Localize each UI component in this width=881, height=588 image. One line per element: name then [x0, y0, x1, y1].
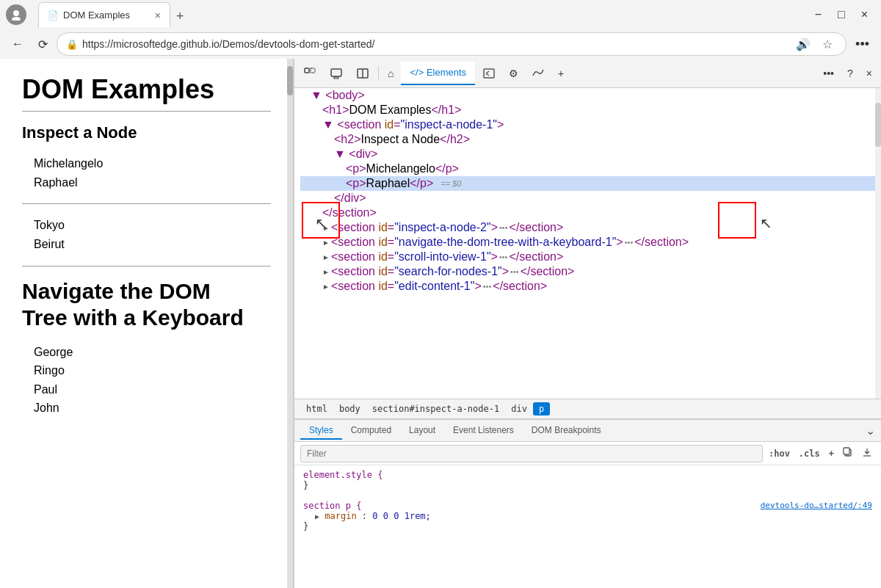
browser-menu-button[interactable]: •••: [849, 32, 875, 56]
dom-scrollbar[interactable]: [875, 88, 881, 399]
tab-elements[interactable]: </> Elements: [401, 62, 475, 85]
read-aloud-button[interactable]: 🔊: [791, 36, 815, 53]
tab-layout[interactable]: Layout: [400, 422, 444, 440]
url-bar[interactable]: 🔒 https://microsoftedge.github.io/Demos/…: [57, 32, 846, 56]
svg-rect-3: [311, 68, 315, 73]
tab-computed[interactable]: Computed: [342, 422, 400, 440]
cities-list: Tokyo Beirut: [22, 216, 271, 253]
tab-close-button[interactable]: ×: [155, 10, 161, 21]
svg-point-1: [12, 17, 21, 21]
list-item-beirut: Beirut: [34, 235, 271, 254]
new-tab-button[interactable]: +: [170, 6, 190, 27]
tab-bar: 📄 DOM Examples × +: [38, 2, 190, 27]
ellipsis-4: •••: [499, 253, 508, 261]
refresh-button[interactable]: ⟳: [32, 32, 54, 56]
device-emulation-button[interactable]: [324, 62, 349, 85]
body-tag: ▼ <body>: [311, 89, 365, 102]
dom-line-section-3[interactable]: ► <section id="navigate-the-dom-tree-wit…: [300, 235, 875, 250]
div-tag: ▼ <div>: [334, 148, 377, 161]
inspect-element-button[interactable]: [297, 62, 322, 85]
breadcrumb-body[interactable]: body: [333, 402, 366, 415]
breadcrumb-html[interactable]: html: [300, 402, 333, 415]
maximize-button[interactable]: □: [830, 4, 852, 26]
triangle-section-2[interactable]: ►: [322, 224, 330, 232]
devtools-close-button[interactable]: ×: [860, 62, 878, 85]
active-tab[interactable]: 📄 DOM Examples ×: [38, 2, 170, 27]
dom-line-section-4[interactable]: ► <section id="scroll-into-view-1"> ••• …: [300, 250, 875, 264]
triangle-section-5[interactable]: ►: [322, 268, 330, 276]
page-divider-2: [22, 203, 271, 204]
dom-line-p-michelangelo[interactable]: <p>Michelangelo</p>: [300, 161, 875, 176]
dom-line-close-section-1[interactable]: </section>: [300, 206, 875, 220]
list-item-george: George: [34, 343, 271, 362]
dom-tree[interactable]: ▼ <body> <h1>DOM Examples</h1> ▼ <sectio…: [294, 88, 881, 399]
dom-line-section-1[interactable]: ▼ <section id="inspect-a-node-1">: [300, 117, 875, 132]
webpage-scrollbar[interactable]: [287, 59, 293, 588]
dom-line-body[interactable]: ▼ <body>: [300, 88, 875, 103]
css-source-link[interactable]: devtools-do…started/:49: [761, 501, 872, 510]
security-icon: 🔒: [66, 39, 78, 50]
cls-button[interactable]: .cls: [796, 447, 823, 460]
styles-tabs: Styles Computed Layout Event Listeners D…: [294, 420, 881, 442]
breadcrumb-p[interactable]: p: [533, 402, 550, 415]
dom-line-h2[interactable]: <h2>Inspect a Node</h2>: [300, 132, 875, 147]
breadcrumb-section[interactable]: section#inspect-a-node-1: [366, 402, 505, 415]
profile-icon[interactable]: [6, 4, 26, 25]
section-p-selector: section p {: [303, 501, 361, 511]
dom-line-section-2[interactable]: ► <section id="inspect-a-node-2"> ••• </…: [300, 220, 875, 235]
tab-console-icon[interactable]: [476, 62, 501, 85]
dom-line-div[interactable]: ▼ <div>: [300, 147, 875, 161]
section-4-close: </section>: [509, 250, 563, 264]
breadcrumb-bar: html body section#inspect-a-node-1 div p: [294, 399, 881, 419]
webpage-content: DOM Examples Inspect a Node Michelangelo…: [0, 59, 293, 588]
tab-styles[interactable]: Styles: [300, 422, 342, 440]
add-style-button[interactable]: +: [826, 447, 837, 460]
styles-filter-row: :hov .cls +: [294, 442, 881, 465]
url-protocol: https://: [82, 38, 113, 50]
ellipsis-2: •••: [499, 223, 508, 232]
svg-rect-8: [484, 69, 494, 78]
devtools-more-button[interactable]: •••: [817, 62, 840, 85]
svg-rect-12: [844, 448, 849, 454]
list-item-raphael: Raphael: [34, 173, 271, 192]
page-divider-1: [22, 111, 271, 112]
devtools-help-button[interactable]: ?: [841, 62, 859, 85]
tab-dom-breakpoints[interactable]: DOM Breakpoints: [523, 422, 610, 440]
styles-filter-input[interactable]: [300, 445, 763, 462]
dom-line-h1[interactable]: <h1>DOM Examples</h1>: [300, 103, 875, 117]
dom-line-close-div[interactable]: </div>: [300, 191, 875, 206]
section-3-tag: <section id="navigate-the-dom-tree-with-…: [331, 236, 623, 249]
triangle-section-6[interactable]: ►: [322, 283, 330, 291]
webpage: DOM Examples Inspect a Node Michelangelo…: [0, 59, 294, 588]
section-2-tag: <section id="inspect-a-node-2">: [331, 221, 498, 234]
section-5-tag: <section id="search-for-nodes-1">: [331, 265, 509, 278]
style-export-button[interactable]: [859, 446, 875, 461]
minimize-button[interactable]: −: [808, 4, 829, 26]
tab-network[interactable]: [526, 62, 551, 85]
section-p-rule: section p { devtools-do…started/:49 ▶ ma…: [303, 501, 872, 531]
back-button[interactable]: ←: [6, 32, 29, 56]
breadcrumb-div[interactable]: div: [505, 402, 533, 415]
tab-title: DOM Examples: [63, 10, 151, 21]
margin-triangle[interactable]: ▶: [315, 512, 319, 520]
styles-tabs-more-button[interactable]: ⌄: [866, 424, 875, 438]
tab-event-listeners[interactable]: Event Listeners: [444, 422, 523, 440]
ellipsis-6: •••: [483, 282, 492, 291]
svg-rect-2: [305, 68, 309, 73]
ellipsis-5: •••: [510, 267, 519, 276]
dom-line-section-5[interactable]: ► <section id="search-for-nodes-1"> ••• …: [300, 264, 875, 279]
favorites-button[interactable]: ☆: [818, 36, 837, 53]
home-button[interactable]: ⌂: [382, 62, 399, 85]
tab-debugger[interactable]: ⚙: [503, 62, 524, 85]
section-5-close: </section>: [521, 265, 575, 278]
triangle-section-4[interactable]: ►: [322, 253, 330, 261]
hover-state-button[interactable]: :hov: [766, 447, 793, 460]
style-copy-button[interactable]: [840, 446, 856, 461]
add-tab-button[interactable]: +: [552, 62, 570, 85]
triangle-section-3[interactable]: ►: [322, 239, 330, 247]
split-pane-button[interactable]: [350, 62, 375, 85]
dom-line-p-raphael[interactable]: <p>Raphael</p> == $0: [300, 176, 875, 191]
close-button[interactable]: ×: [854, 4, 875, 26]
dom-line-section-6[interactable]: ► <section id="edit-content-1"> ••• </se…: [300, 279, 875, 294]
margin-value: 0 0 0 1rem;: [372, 511, 430, 521]
